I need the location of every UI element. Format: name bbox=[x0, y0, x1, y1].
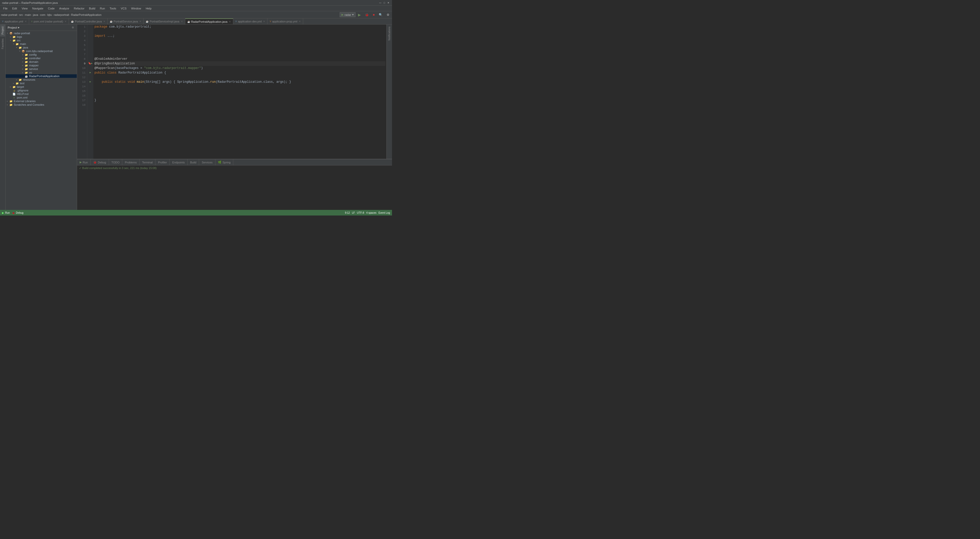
tree-item-config[interactable]: ▸📁config bbox=[6, 53, 77, 56]
tab-application-prop-yml[interactable]: Y application-prop.yml ✕ bbox=[267, 18, 303, 24]
favorites-tool-window-tab[interactable]: Favorites bbox=[0, 37, 5, 51]
status-run[interactable]: ▶ Run bbox=[2, 211, 10, 214]
tree-item-test[interactable]: ▸📁test bbox=[6, 81, 77, 85]
code-line-15[interactable] bbox=[94, 89, 385, 94]
stop-button[interactable]: ■ bbox=[371, 13, 376, 17]
menu-analyze[interactable]: Analyze bbox=[57, 6, 71, 11]
breadcrumb-radarportrait[interactable]: radarportrait bbox=[54, 13, 69, 16]
menu-refactor[interactable]: Refactor bbox=[72, 6, 86, 11]
bottom-tab-build[interactable]: Build bbox=[188, 159, 199, 166]
bottom-tab-profiler[interactable]: Profiler bbox=[156, 159, 170, 166]
menu-navigate[interactable]: Navigate bbox=[30, 6, 45, 11]
breadcrumb-class[interactable]: RadarPortraitApplication bbox=[71, 13, 101, 16]
close-button[interactable]: ✕ bbox=[387, 1, 390, 4]
tab-close-icon[interactable]: ✕ bbox=[103, 20, 105, 23]
breadcrumb-src[interactable]: src bbox=[19, 13, 23, 16]
code-line-17[interactable]: } bbox=[94, 98, 385, 103]
bottom-tab-endpoints[interactable]: Endpoints bbox=[170, 159, 188, 166]
code-line-16[interactable] bbox=[94, 94, 385, 98]
tab-radar-portrait-application[interactable]: ☕ RadarPortraitApplication.java ✕ bbox=[185, 18, 233, 24]
tree-item-main[interactable]: ▾📁main bbox=[6, 42, 77, 46]
tab-pom-xml[interactable]: X pom.xml (radar-portrait) ✕ bbox=[29, 18, 69, 24]
status-event-log[interactable]: Event Log bbox=[379, 211, 390, 214]
code-line-18[interactable] bbox=[94, 103, 385, 107]
code-line-12[interactable] bbox=[94, 75, 385, 80]
gutter-bookmark-icon[interactable]: 🔖 bbox=[88, 61, 91, 66]
tab-portrait-service[interactable]: ☕ PortraitService.java ✕ bbox=[108, 18, 144, 24]
panel-settings-icon[interactable]: ⚙ bbox=[71, 26, 75, 30]
tree-item-src[interactable]: ▾📁src bbox=[6, 38, 77, 42]
minimize-button[interactable]: — bbox=[379, 1, 382, 4]
status-indent[interactable]: 4 spaces bbox=[366, 211, 376, 214]
bottom-tab-services[interactable]: Services bbox=[199, 159, 215, 166]
tab-application-yml[interactable]: Y application.yml ✕ bbox=[0, 18, 29, 24]
tree-item-pom-xml[interactable]: Xpom.xml bbox=[6, 96, 77, 99]
code-line-3[interactable]: import ...; bbox=[94, 34, 385, 38]
tree-item-external-libraries[interactable]: ▸📁External Libraries bbox=[6, 99, 77, 103]
tab-close-icon[interactable]: ✕ bbox=[229, 21, 231, 23]
run-button[interactable]: ▶ bbox=[356, 12, 363, 18]
tree-item-radar-portrait[interactable]: ▾📦radar-portrait bbox=[6, 32, 77, 35]
breadcrumb-java[interactable]: java bbox=[33, 13, 38, 16]
bottom-tab-terminal[interactable]: Terminal bbox=[140, 159, 156, 166]
bottom-tab-todo[interactable]: TODO bbox=[109, 159, 123, 166]
tree-item-domain[interactable]: ▸📁domain bbox=[6, 60, 77, 64]
tree-item-scratches-and-consoles[interactable]: ▸📁Scratches and Consoles bbox=[6, 103, 77, 107]
code-line-11[interactable]: public class RadarPortraitApplication { bbox=[94, 70, 385, 75]
tab-application-dev-yml[interactable]: Y application-dev.yml ✕ bbox=[233, 18, 267, 24]
tree-item--gitignore[interactable]: .g.gitignore bbox=[6, 89, 77, 92]
code-line-6[interactable] bbox=[94, 48, 385, 52]
notifications-tab[interactable]: Notifications bbox=[387, 24, 392, 42]
code-line-10[interactable]: @MapperScan(basePackages = "com.bjtu.rad… bbox=[94, 66, 385, 70]
search-everywhere-button[interactable]: 🔍 bbox=[377, 13, 384, 17]
bottom-tab-problems[interactable]: Problems bbox=[122, 159, 139, 166]
tab-close-icon[interactable]: ✕ bbox=[181, 20, 183, 23]
gutter-run-icon[interactable]: ▶ bbox=[89, 80, 91, 84]
code-line-4[interactable] bbox=[94, 38, 385, 43]
tab-close-icon[interactable]: ✕ bbox=[299, 20, 301, 23]
menu-window[interactable]: Window bbox=[129, 6, 143, 11]
tree-item-mapper[interactable]: ▸📁mapper bbox=[6, 64, 77, 67]
tree-item-logs[interactable]: ▸📁logs bbox=[6, 35, 77, 38]
status-line-ending[interactable]: LF bbox=[352, 211, 355, 214]
menu-build[interactable]: Build bbox=[87, 6, 97, 11]
tree-item-service[interactable]: ▸📁service bbox=[6, 67, 77, 71]
code-line-5[interactable] bbox=[94, 43, 385, 48]
code-line-8[interactable]: @EnableAdminServer bbox=[94, 57, 385, 61]
code-editor[interactable]: 123456789101112131415161718 🔖▶▶▶ package… bbox=[77, 24, 387, 159]
debug-button[interactable]: 🐞 bbox=[363, 13, 370, 17]
tab-portrait-service-impl[interactable]: ☕ PortraitServiceImpl.java ✕ bbox=[144, 18, 185, 24]
tree-item-help-md[interactable]: 📄HELP.md bbox=[6, 92, 77, 96]
code-line-14[interactable] bbox=[94, 84, 385, 89]
status-position[interactable]: 9:12 bbox=[345, 211, 350, 214]
tree-item-vo[interactable]: ▸📁vo bbox=[6, 71, 77, 74]
breadcrumb-main[interactable]: main bbox=[25, 13, 31, 16]
menu-run[interactable]: Run bbox=[98, 6, 107, 11]
code-content[interactable]: package com.bjtu.radarportrait; import .… bbox=[94, 24, 387, 159]
tree-item-resources[interactable]: ▸📁resources bbox=[6, 78, 77, 81]
maximize-button[interactable]: □ bbox=[383, 1, 386, 4]
run-config-dropdown[interactable]: ▶ radar ▾ bbox=[340, 12, 355, 17]
menu-help[interactable]: Help bbox=[144, 6, 154, 11]
bottom-tab-debug[interactable]: 🐞 Debug bbox=[91, 159, 109, 166]
settings-button[interactable]: ⚙ bbox=[385, 13, 391, 17]
tab-close-icon[interactable]: ✕ bbox=[65, 20, 67, 23]
tree-item-java[interactable]: ▾📁java bbox=[6, 46, 77, 49]
bottom-tab-run[interactable]: ▶ Run bbox=[77, 159, 91, 166]
menu-vcs[interactable]: VCS bbox=[119, 6, 129, 11]
code-line-7[interactable] bbox=[94, 52, 385, 57]
code-line-13[interactable]: public static void main(String[] args) {… bbox=[94, 80, 385, 84]
gutter-run-icon[interactable]: ▶ bbox=[89, 70, 91, 75]
breadcrumb-project[interactable]: radar-portrait bbox=[1, 13, 18, 16]
tab-portrait-controller[interactable]: ☕ PortraitController.java ✕ bbox=[69, 18, 108, 24]
status-encoding[interactable]: UTF-8 bbox=[357, 211, 364, 214]
tab-close-icon[interactable]: ✕ bbox=[25, 20, 27, 23]
project-tool-window-tab[interactable]: Project bbox=[0, 24, 5, 37]
status-debug[interactable]: 🐞 Debug bbox=[12, 211, 23, 214]
tab-close-icon[interactable]: ✕ bbox=[263, 20, 265, 23]
tree-item-target[interactable]: ▸📁target bbox=[6, 85, 77, 89]
tree-item-com-bjtu-radarportrait[interactable]: ▾📦com.bjtu.radarportrait bbox=[6, 49, 77, 53]
breadcrumb-bjtu[interactable]: bjtu bbox=[47, 13, 52, 16]
breadcrumb-com[interactable]: com bbox=[40, 13, 45, 16]
code-line-2[interactable] bbox=[94, 29, 385, 34]
